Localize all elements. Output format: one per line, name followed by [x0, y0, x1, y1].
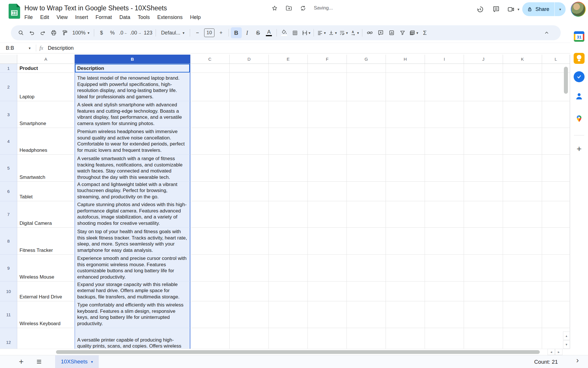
cell-F8[interactable]	[308, 228, 347, 255]
cell-H1[interactable]	[386, 64, 425, 73]
cell-J7[interactable]	[464, 201, 503, 228]
cell-I6[interactable]	[425, 182, 464, 201]
cell-K10[interactable]	[503, 281, 542, 301]
cell-D9[interactable]	[230, 255, 269, 281]
document-title[interactable]: How to Wrap Text in Google Sheets - 10XS…	[24, 3, 167, 13]
cell-C7[interactable]	[190, 201, 230, 228]
row-header-10[interactable]: 10	[0, 281, 17, 301]
cell-E11[interactable]	[269, 301, 308, 328]
font-size-input[interactable]: 10	[204, 28, 214, 37]
cell-C9[interactable]	[190, 255, 230, 281]
cell-B1[interactable]: Description	[75, 64, 190, 73]
cell-H10[interactable]	[386, 281, 425, 301]
cell-A3[interactable]: Smartphone	[17, 101, 75, 128]
col-header-C[interactable]: C	[190, 55, 230, 64]
all-sheets-button[interactable]	[33, 356, 45, 367]
cell-B6[interactable]: A compact and lightweight tablet with a …	[75, 182, 190, 201]
add-sheet-button[interactable]: +	[15, 356, 28, 367]
name-box[interactable]: B:B	[0, 45, 29, 51]
cell-K6[interactable]	[503, 182, 542, 201]
cell-J12[interactable]	[464, 328, 503, 349]
maps-icon[interactable]	[573, 113, 585, 124]
star-icon[interactable]	[271, 5, 278, 12]
row-header-1[interactable]: 1	[0, 64, 17, 73]
cell-B8[interactable]: Stay on top of your health and fitness g…	[75, 228, 190, 255]
cell-G7[interactable]	[347, 201, 386, 228]
cell-I1[interactable]	[425, 64, 464, 73]
text-color-button[interactable]: A	[264, 27, 274, 38]
row-header-12[interactable]: 12	[0, 328, 17, 349]
borders-button[interactable]	[290, 27, 301, 38]
cell-J6[interactable]	[464, 182, 503, 201]
cell-E4[interactable]	[269, 128, 308, 155]
insert-chart-button[interactable]	[386, 27, 397, 38]
menu-insert[interactable]: Insert	[71, 13, 92, 22]
cell-D12[interactable]	[230, 328, 269, 349]
cell-K11[interactable]	[503, 301, 542, 328]
cell-G3[interactable]	[347, 101, 386, 128]
hide-menus-button[interactable]	[541, 27, 552, 38]
cell-C4[interactable]	[190, 128, 230, 155]
bold-button[interactable]: B	[231, 27, 242, 38]
account-avatar[interactable]	[571, 2, 586, 17]
cell-C5[interactable]	[190, 155, 230, 182]
scroll-down-button[interactable]: ▼	[563, 340, 570, 349]
cell-H6[interactable]	[386, 182, 425, 201]
col-header-F[interactable]: F	[308, 55, 347, 64]
cell-C12[interactable]	[190, 328, 230, 349]
cell-L10[interactable]	[542, 281, 570, 301]
cell-B10[interactable]: Expand your storage capacity with this r…	[75, 281, 190, 301]
row-header-4[interactable]: 4	[0, 128, 17, 155]
increase-font-size-button[interactable]: +	[216, 27, 227, 38]
col-header-B[interactable]: B	[75, 55, 190, 64]
cell-C10[interactable]	[190, 281, 230, 301]
cell-E7[interactable]	[269, 201, 308, 228]
cell-D7[interactable]	[230, 201, 269, 228]
cell-B7[interactable]: Capture stunning photos and videos with …	[75, 201, 190, 228]
col-header-E[interactable]: E	[269, 55, 308, 64]
format-percent-button[interactable]: %	[107, 27, 118, 38]
zoom-control[interactable]: 100%▾	[70, 27, 92, 38]
row-header-8[interactable]: 8	[0, 228, 17, 255]
cell-J3[interactable]	[464, 101, 503, 128]
calendar-icon[interactable]: 31	[573, 31, 585, 42]
cell-L6[interactable]	[542, 182, 570, 201]
cell-A5[interactable]: Smartwatch	[17, 155, 75, 182]
cell-A6[interactable]: Tablet	[17, 182, 75, 201]
search-menus-button[interactable]	[16, 27, 26, 38]
col-header-L[interactable]: L	[542, 55, 570, 64]
cell-E1[interactable]	[269, 64, 308, 73]
cell-B11[interactable]: Type comfortably and efficiently with th…	[75, 301, 190, 328]
cell-L8[interactable]	[542, 228, 570, 255]
create-filter-button[interactable]	[397, 27, 408, 38]
redo-button[interactable]	[37, 27, 48, 38]
cell-B2[interactable]: The latest model of the renowned laptop …	[75, 73, 190, 101]
row-header-11[interactable]: 11	[0, 301, 17, 328]
sheet-tab-10xsheets[interactable]: 10XSheets ▾	[55, 355, 99, 368]
cell-G8[interactable]	[347, 228, 386, 255]
cell-G6[interactable]	[347, 182, 386, 201]
cell-K12[interactable]	[503, 328, 542, 349]
cell-F12[interactable]	[308, 328, 347, 349]
cell-F3[interactable]	[308, 101, 347, 128]
col-header-I[interactable]: I	[425, 55, 464, 64]
vertical-align-button[interactable]: ▾	[327, 27, 338, 38]
row-header-7[interactable]: 7	[0, 201, 17, 228]
cell-A12[interactable]: Printer	[17, 328, 75, 349]
cell-C2[interactable]	[190, 73, 230, 101]
cell-I7[interactable]	[425, 201, 464, 228]
menu-view[interactable]: View	[53, 13, 71, 22]
cell-B5[interactable]: A versatile smartwatch with a range of f…	[75, 155, 190, 182]
col-header-A[interactable]: A	[17, 55, 75, 64]
cell-A1[interactable]: Product	[17, 64, 75, 73]
cell-K5[interactable]	[503, 155, 542, 182]
comment-history-button[interactable]	[488, 1, 504, 17]
cell-H7[interactable]	[386, 201, 425, 228]
expand-side-panel-chevron[interactable]: ›	[576, 356, 579, 365]
cell-H4[interactable]	[386, 128, 425, 155]
cell-A11[interactable]: Wireless Keyboard	[17, 301, 75, 328]
cell-E9[interactable]	[269, 255, 308, 281]
cell-J2[interactable]	[464, 73, 503, 101]
contacts-icon[interactable]	[573, 91, 585, 102]
menu-file[interactable]: File	[21, 13, 36, 22]
